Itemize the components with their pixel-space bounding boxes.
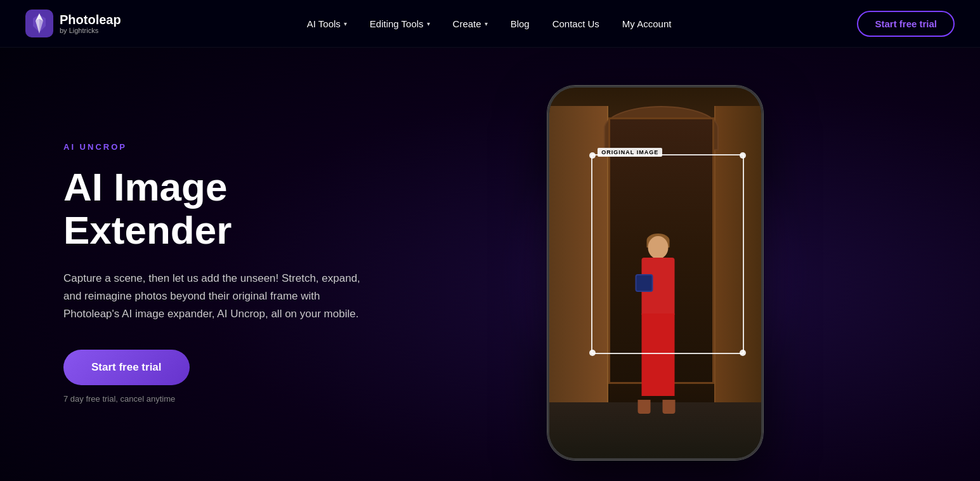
nav-link-contact-us[interactable]: Contact Us [542, 13, 610, 34]
hero-description: Capture a scene, then let us add the uns… [63, 270, 368, 323]
hero-trial-note: 7 day free trial, cancel anytime [63, 394, 393, 404]
nav-link-create[interactable]: Create ▾ [443, 13, 498, 34]
nav-links: AI Tools ▾ Editing Tools ▾ Create ▾ Blog… [297, 13, 682, 34]
nav-item-create[interactable]: Create ▾ [443, 13, 498, 34]
phone-scene: ORIGINAL IMAGE [549, 88, 761, 458]
hero-title: AI Image Extender [63, 166, 393, 252]
phone-screen: ORIGINAL IMAGE [549, 88, 761, 458]
nav-link-ai-tools[interactable]: AI Tools ▾ [297, 13, 357, 34]
hero-left-content: AI UNCROP AI Image Extender Capture a sc… [63, 142, 393, 404]
chevron-down-icon: ▾ [344, 20, 347, 27]
nav-link-blog[interactable]: Blog [500, 13, 540, 34]
logo-link[interactable]: Photoleap by Lightricks [25, 10, 121, 37]
nav-link-my-account[interactable]: My Account [612, 13, 682, 34]
chevron-down-icon: ▾ [427, 20, 430, 27]
original-image-label: ORIGINAL IMAGE [598, 148, 662, 157]
chevron-down-icon: ▾ [485, 20, 488, 27]
hero-start-trial-button[interactable]: Start free trial [63, 350, 190, 385]
hero-right-visual: ORIGINAL IMAGE [393, 86, 917, 460]
logo-text: Photoleap by Lightricks [60, 13, 121, 34]
person-shoe-left [638, 400, 651, 414]
phone-mockup: ORIGINAL IMAGE [547, 86, 763, 460]
nav-item-contact-us[interactable]: Contact Us [542, 13, 610, 34]
navbar: Photoleap by Lightricks AI Tools ▾ Editi… [0, 0, 980, 48]
nav-item-blog[interactable]: Blog [500, 13, 540, 34]
corner-handle-top-left [589, 152, 596, 159]
hero-section: AI UNCROP AI Image Extender Capture a sc… [0, 48, 980, 481]
hero-eyebrow: AI UNCROP [63, 142, 393, 152]
phone-outer: ORIGINAL IMAGE [547, 86, 763, 460]
nav-item-ai-tools[interactable]: AI Tools ▾ [297, 13, 357, 34]
brand-subtitle: by Lightricks [60, 27, 121, 34]
person-shoe-right [662, 400, 675, 414]
original-image-overlay-box: ORIGINAL IMAGE [591, 154, 743, 354]
nav-start-trial-button[interactable]: Start free trial [857, 11, 955, 37]
nav-item-my-account[interactable]: My Account [612, 13, 682, 34]
logo-icon [25, 10, 53, 37]
nav-item-editing-tools[interactable]: Editing Tools ▾ [360, 13, 440, 34]
corner-handle-top-right [740, 152, 746, 159]
brand-name: Photoleap [60, 13, 121, 27]
nav-link-editing-tools[interactable]: Editing Tools ▾ [360, 13, 440, 34]
